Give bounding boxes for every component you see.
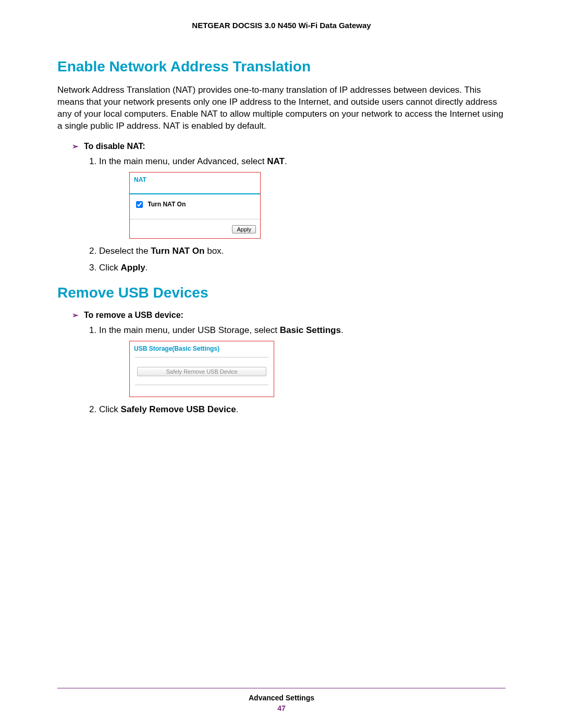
usb-button-row: Safely Remove USB Device <box>130 365 274 381</box>
step-text-end: . <box>285 156 287 166</box>
usb-screenshot: USB Storage(Basic Settings) Safely Remov… <box>129 341 274 398</box>
step-bold: Turn NAT On <box>151 246 204 256</box>
step-text: In the main menu, under USB Storage, sel… <box>99 325 280 335</box>
step-1: In the main menu, under USB Storage, sel… <box>99 324 506 397</box>
step-2: Click Safely Remove USB Device. <box>99 403 506 416</box>
step-text: Deselect the <box>99 246 151 256</box>
nat-button-row: Apply <box>130 219 260 238</box>
step-bold: NAT <box>267 156 285 166</box>
safely-remove-usb-button[interactable]: Safely Remove USB Device <box>137 367 266 376</box>
step-text-end: . <box>236 404 239 414</box>
nat-description: Network Address Translation (NAT) provid… <box>57 84 506 132</box>
heading-remove-usb: Remove USB Devices <box>57 285 506 301</box>
procedure-remove-usb-title: To remove a USB device: <box>72 311 506 320</box>
page-footer: Advanced Settings 47 <box>57 688 506 712</box>
step-2: Deselect the Turn NAT On box. <box>99 245 506 257</box>
nat-checkbox-row: Turn NAT On <box>130 194 260 219</box>
usb-panel-title: USB Storage(Basic Settings) <box>130 341 274 355</box>
step-bold: Safely Remove USB Device <box>121 404 236 414</box>
footer-rule <box>57 688 506 688</box>
step-text: Click <box>99 404 121 414</box>
heading-enable-nat: Enable Network Address Translation <box>57 58 506 75</box>
turn-nat-on-checkbox[interactable] <box>136 201 143 208</box>
footer-section-name: Advanced Settings <box>57 694 506 702</box>
step-text-end: . <box>145 263 148 273</box>
step-3: Click Apply. <box>99 262 506 274</box>
procedure-disable-nat-title: To disable NAT: <box>72 142 506 151</box>
nat-panel-title: NAT <box>130 172 260 195</box>
step-1: In the main menu, under Advanced, select… <box>99 155 506 239</box>
step-bold: Basic Settings <box>280 325 341 335</box>
divider <box>135 357 268 357</box>
divider <box>135 385 268 385</box>
turn-nat-on-label: Turn NAT On <box>148 201 186 208</box>
step-bold: Apply <box>121 263 145 273</box>
step-text-end: box. <box>204 246 224 256</box>
document-header: NETGEAR DOCSIS 3.0 N450 Wi-Fi Data Gatew… <box>57 21 506 30</box>
nat-screenshot: NAT Turn NAT On Apply <box>129 172 261 239</box>
step-text-end: . <box>341 325 344 335</box>
apply-button[interactable]: Apply <box>232 225 256 233</box>
step-text: In the main menu, under Advanced, select <box>99 156 267 166</box>
step-text: Click <box>99 263 121 273</box>
footer-page-number: 47 <box>57 704 506 712</box>
steps-disable-nat: In the main menu, under Advanced, select… <box>89 155 506 274</box>
steps-remove-usb: In the main menu, under USB Storage, sel… <box>89 324 506 416</box>
